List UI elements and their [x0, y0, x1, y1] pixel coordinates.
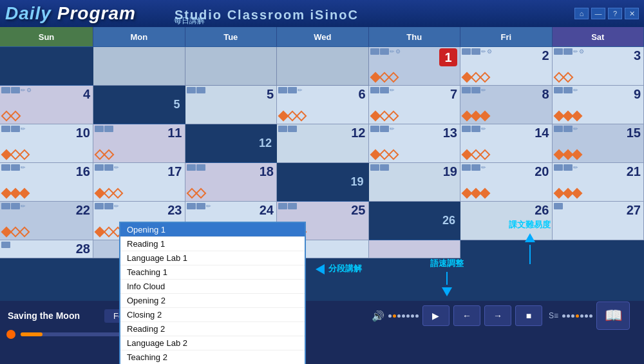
cal-cell-tue-28[interactable]: 28: [0, 240, 93, 258]
cal-cell-tue-7[interactable]: ✏ 7: [369, 86, 461, 124]
arrow-line-v-speed: [446, 272, 448, 285]
back-button[interactable]: ←: [453, 305, 480, 326]
cell-img-icon2: [11, 203, 20, 209]
cal-cell-wed-8[interactable]: ✏ 8: [460, 86, 553, 124]
cal-cell-tue-w1[interactable]: [277, 47, 369, 86]
forward-button[interactable]: →: [484, 305, 511, 326]
title-program: Program: [57, 3, 136, 23]
speed-icon: S≡: [549, 311, 558, 320]
cal-cell-tue-21[interactable]: ✏ 21: [553, 163, 645, 202]
cell-img-icon: [187, 164, 196, 171]
pencil-icon: ✏: [573, 164, 578, 171]
cal-cell-fri-17[interactable]: ✏ 17: [93, 163, 185, 202]
cal-cell-fri-10[interactable]: ✏ 10: [0, 124, 93, 163]
cell-img-icon2: [11, 164, 20, 171]
cal-cell-mon-27[interactable]: 27: [553, 202, 645, 240]
date-28[interactable]: 28: [3, 242, 90, 256]
section-dropdown[interactable]: Opening 1 Reading 1 Language Lab 1 Teach…: [119, 222, 306, 364]
cal-cell-thu-16[interactable]: ✏ 16: [0, 163, 93, 202]
pencil-icon: ✏: [390, 48, 395, 55]
diamond-3: [571, 188, 582, 199]
cal-cell-wed-22[interactable]: ✏ 22: [0, 202, 93, 240]
cell-img-icon: [1, 164, 10, 171]
dropdown-item-reading1[interactable]: Reading 1: [120, 237, 305, 251]
cal-cell-wed-1[interactable]: ✏⚙ 1: [369, 47, 461, 86]
diamond-3: [571, 149, 582, 160]
diamond-3: [296, 111, 307, 122]
dropdown-item-infocloud[interactable]: Info Cloud: [120, 280, 305, 294]
play-button[interactable]: ▶: [422, 305, 450, 326]
cal-cell-sun-w1[interactable]: [93, 47, 185, 86]
cell-img-icon2: [471, 126, 480, 132]
cal-cell-sun-12[interactable]: 12: [277, 124, 369, 163]
cal-cell-sat-4[interactable]: ✏⚙ 4: [0, 86, 93, 124]
cal-cell-sat-11[interactable]: 11: [93, 124, 185, 163]
cal-cell-sat-w5[interactable]: [369, 240, 461, 258]
cal-cell-fri-3[interactable]: ✏⚙ 3: [553, 47, 645, 86]
pencil-icon: ✏: [114, 164, 119, 171]
vol-dot5: [411, 314, 414, 318]
cal-cell-sun-5[interactable]: 5: [185, 86, 278, 124]
dropdown-item-teaching1[interactable]: Teaching 1: [120, 265, 305, 280]
cell-img-icon2: [380, 164, 389, 171]
cal-cell-sun-19[interactable]: 19: [369, 163, 461, 202]
dropdown-item-opening2[interactable]: Opening 2: [120, 294, 305, 308]
spd-dot5: [580, 314, 583, 318]
pencil-icon: ✏: [573, 126, 578, 132]
cell-img-icon: [554, 87, 563, 93]
cell-img-icon: [370, 87, 379, 93]
cell-img-icon: [278, 126, 287, 132]
cal-cell-thu-9[interactable]: ✏ 9: [553, 86, 645, 124]
pencil-icon: ✏: [481, 48, 486, 55]
week-label-3: 12: [185, 124, 278, 163]
cell-img-icon: [1, 126, 10, 132]
cal-cell-wed-15[interactable]: ✏ 15: [553, 124, 645, 163]
pencil-icon: ✏: [114, 203, 119, 209]
pencil-icon: ✏: [573, 48, 578, 55]
cal-cell-sat-18[interactable]: 18: [185, 163, 278, 202]
progress-handle[interactable]: [6, 330, 15, 339]
day-header-sun: Sun: [0, 27, 93, 46]
date-27[interactable]: 27: [555, 203, 641, 218]
book-button[interactable]: 📖: [596, 302, 630, 330]
cell-img-icon2: [104, 203, 113, 209]
progress-row: [0, 327, 644, 342]
cell-img-icon2: [288, 87, 297, 93]
bottom-bar: Saving the Moon February 1 00:28 Total t…: [0, 301, 644, 364]
cal-cell-thu-2[interactable]: ✏⚙ 2: [460, 47, 553, 86]
calendar-day-headers: Sun Mon Tue Wed Thu Fri Sat: [0, 27, 644, 46]
week-label-1: [0, 47, 93, 86]
cal-cell-mon-6[interactable]: ✏ 6: [277, 86, 369, 124]
diamond-3: [480, 72, 491, 83]
help-icon[interactable]: ?: [608, 8, 622, 19]
annotation-difficulty: 課文難易度: [509, 219, 551, 264]
minimize-icon[interactable]: —: [591, 8, 605, 19]
pencil-icon: ✏: [21, 203, 26, 209]
pencil-icon: ✏: [573, 87, 578, 93]
cell-img-icon: [462, 164, 471, 171]
close-icon[interactable]: ✕: [625, 8, 639, 19]
spd-dot2: [567, 314, 570, 318]
date-1[interactable]: 1: [439, 48, 457, 66]
dropdown-item-languagelab2[interactable]: Language Lab 2: [120, 336, 305, 350]
pencil-icon: ✏: [206, 203, 211, 209]
dropdown-item-closing2[interactable]: Closing 2: [120, 308, 305, 322]
stop-button[interactable]: ■: [515, 305, 542, 326]
cell-img-icon: [554, 203, 563, 209]
home-icon[interactable]: ⌂: [574, 8, 589, 19]
cell-img-icon2: [471, 164, 480, 171]
cal-cell-tue-14[interactable]: ✏ 14: [460, 124, 553, 163]
dropdown-item-reading2[interactable]: Reading 2: [120, 322, 305, 336]
dropdown-item-languagelab1[interactable]: Language Lab 1: [120, 251, 305, 265]
date-26[interactable]: 26: [463, 203, 549, 218]
cell-img-icon: [462, 48, 471, 55]
cell-img-icon: [370, 126, 379, 132]
diamond-3: [19, 149, 30, 160]
cal-cell-mon-w1[interactable]: [185, 47, 278, 86]
cal-cell-mon-13[interactable]: ✏ 13: [369, 124, 461, 163]
dropdown-item-opening1[interactable]: Opening 1: [120, 223, 305, 237]
annotation-speed: 語速調整: [430, 258, 464, 296]
cell-img-icon: [1, 203, 10, 209]
cal-cell-mon-20[interactable]: ✏ 20: [460, 163, 553, 202]
dropdown-item-teaching2[interactable]: Teaching 2: [120, 350, 305, 364]
